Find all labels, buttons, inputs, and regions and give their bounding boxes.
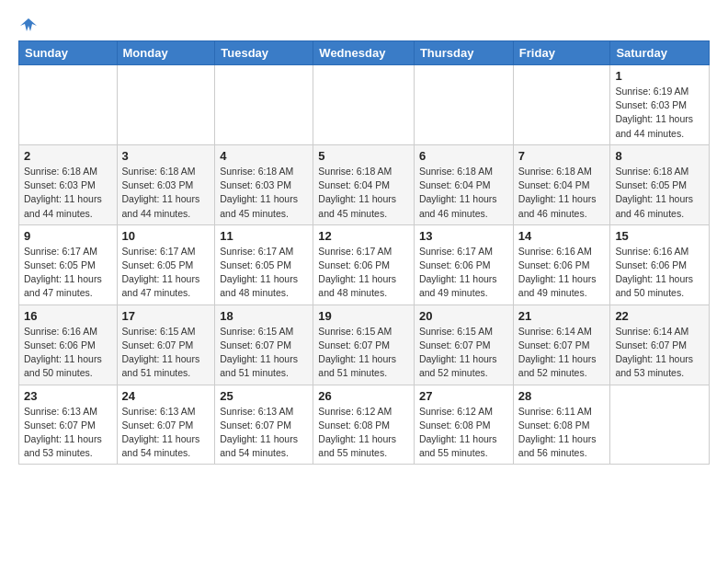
calendar-cell: [313, 65, 415, 145]
day-number: 4: [220, 149, 308, 163]
day-info: Sunrise: 6:13 AM Sunset: 6:07 PM Dayligh…: [220, 405, 308, 461]
calendar-cell: 22Sunrise: 6:14 AM Sunset: 6:07 PM Dayli…: [610, 304, 710, 385]
calendar-cell: 14Sunrise: 6:16 AM Sunset: 6:06 PM Dayli…: [513, 224, 610, 304]
day-number: 28: [518, 389, 606, 403]
day-info: Sunrise: 6:15 AM Sunset: 6:07 PM Dayligh…: [220, 325, 308, 381]
day-number: 2: [24, 149, 112, 163]
logo-bird-icon: [20, 17, 37, 33]
day-number: 14: [518, 229, 606, 243]
calendar-cell: 7Sunrise: 6:18 AM Sunset: 6:04 PM Daylig…: [513, 144, 610, 224]
day-number: 23: [24, 389, 112, 403]
calendar-cell: [414, 65, 513, 145]
day-info: Sunrise: 6:18 AM Sunset: 6:03 PM Dayligh…: [220, 165, 308, 221]
calendar-weekday-wednesday: Wednesday: [313, 41, 415, 65]
day-number: 3: [122, 149, 210, 163]
calendar-cell: 9Sunrise: 6:17 AM Sunset: 6:05 PM Daylig…: [19, 224, 118, 304]
calendar-week-row: 16Sunrise: 6:16 AM Sunset: 6:06 PM Dayli…: [19, 304, 710, 385]
day-number: 10: [122, 229, 210, 243]
day-number: 8: [615, 149, 704, 163]
day-info: Sunrise: 6:18 AM Sunset: 6:04 PM Dayligh…: [419, 165, 508, 221]
calendar-weekday-sunday: Sunday: [19, 41, 118, 65]
day-number: 12: [318, 229, 409, 243]
calendar-header-row: SundayMondayTuesdayWednesdayThursdayFrid…: [19, 41, 710, 65]
page: SundayMondayTuesdayWednesdayThursdayFrid…: [0, 0, 728, 474]
svg-marker-0: [20, 18, 37, 31]
calendar-table: SundayMondayTuesdayWednesdayThursdayFrid…: [18, 40, 710, 465]
calendar-cell: 18Sunrise: 6:15 AM Sunset: 6:07 PM Dayli…: [215, 304, 313, 385]
calendar-weekday-monday: Monday: [117, 41, 215, 65]
day-info: Sunrise: 6:15 AM Sunset: 6:07 PM Dayligh…: [122, 325, 210, 381]
calendar-cell: 4Sunrise: 6:18 AM Sunset: 6:03 PM Daylig…: [215, 144, 313, 224]
calendar-cell: 20Sunrise: 6:15 AM Sunset: 6:07 PM Dayli…: [414, 304, 513, 385]
day-info: Sunrise: 6:16 AM Sunset: 6:06 PM Dayligh…: [615, 245, 704, 301]
day-info: Sunrise: 6:19 AM Sunset: 6:03 PM Dayligh…: [615, 85, 704, 141]
day-info: Sunrise: 6:12 AM Sunset: 6:08 PM Dayligh…: [419, 405, 508, 461]
calendar-weekday-friday: Friday: [513, 41, 610, 65]
day-info: Sunrise: 6:18 AM Sunset: 6:04 PM Dayligh…: [318, 165, 409, 221]
day-number: 15: [615, 229, 704, 243]
day-info: Sunrise: 6:14 AM Sunset: 6:07 PM Dayligh…: [615, 325, 704, 381]
calendar-week-row: 23Sunrise: 6:13 AM Sunset: 6:07 PM Dayli…: [19, 385, 710, 465]
calendar-week-row: 1Sunrise: 6:19 AM Sunset: 6:03 PM Daylig…: [19, 65, 710, 145]
day-number: 22: [615, 309, 704, 323]
calendar-cell: [117, 65, 215, 145]
day-number: 25: [220, 389, 308, 403]
calendar-cell: 11Sunrise: 6:17 AM Sunset: 6:05 PM Dayli…: [215, 224, 313, 304]
day-number: 16: [24, 309, 112, 323]
calendar-cell: 15Sunrise: 6:16 AM Sunset: 6:06 PM Dayli…: [610, 224, 710, 304]
day-info: Sunrise: 6:17 AM Sunset: 6:05 PM Dayligh…: [122, 245, 210, 301]
calendar-week-row: 9Sunrise: 6:17 AM Sunset: 6:05 PM Daylig…: [19, 224, 710, 304]
logo-block: [18, 17, 37, 33]
day-number: 21: [518, 309, 606, 323]
calendar-cell: [215, 65, 313, 145]
day-number: 27: [419, 389, 508, 403]
calendar-cell: 3Sunrise: 6:18 AM Sunset: 6:03 PM Daylig…: [117, 144, 215, 224]
day-info: Sunrise: 6:18 AM Sunset: 6:03 PM Dayligh…: [24, 165, 112, 221]
calendar-cell: 8Sunrise: 6:18 AM Sunset: 6:05 PM Daylig…: [610, 144, 710, 224]
day-number: 26: [318, 389, 409, 403]
day-number: 24: [122, 389, 210, 403]
calendar-weekday-saturday: Saturday: [610, 41, 710, 65]
calendar-cell: 19Sunrise: 6:15 AM Sunset: 6:07 PM Dayli…: [313, 304, 415, 385]
day-number: 5: [318, 149, 409, 163]
calendar-cell: 24Sunrise: 6:13 AM Sunset: 6:07 PM Dayli…: [117, 385, 215, 465]
day-info: Sunrise: 6:13 AM Sunset: 6:07 PM Dayligh…: [122, 405, 210, 461]
calendar-cell: 1Sunrise: 6:19 AM Sunset: 6:03 PM Daylig…: [610, 65, 710, 145]
day-number: 7: [518, 149, 606, 163]
day-info: Sunrise: 6:17 AM Sunset: 6:05 PM Dayligh…: [24, 245, 112, 301]
day-number: 1: [615, 69, 704, 83]
day-info: Sunrise: 6:14 AM Sunset: 6:07 PM Dayligh…: [518, 325, 606, 381]
day-info: Sunrise: 6:18 AM Sunset: 6:05 PM Dayligh…: [615, 165, 704, 221]
day-number: 13: [419, 229, 508, 243]
calendar-cell: [513, 65, 610, 145]
day-info: Sunrise: 6:18 AM Sunset: 6:04 PM Dayligh…: [518, 165, 606, 221]
calendar-cell: 10Sunrise: 6:17 AM Sunset: 6:05 PM Dayli…: [117, 224, 215, 304]
day-info: Sunrise: 6:15 AM Sunset: 6:07 PM Dayligh…: [419, 325, 508, 381]
day-number: 18: [220, 309, 308, 323]
calendar-cell: [19, 65, 118, 145]
calendar-week-row: 2Sunrise: 6:18 AM Sunset: 6:03 PM Daylig…: [19, 144, 710, 224]
calendar-cell: 12Sunrise: 6:17 AM Sunset: 6:06 PM Dayli…: [313, 224, 415, 304]
logo: [18, 17, 37, 33]
calendar-cell: 2Sunrise: 6:18 AM Sunset: 6:03 PM Daylig…: [19, 144, 118, 224]
day-info: Sunrise: 6:13 AM Sunset: 6:07 PM Dayligh…: [24, 405, 112, 461]
day-info: Sunrise: 6:16 AM Sunset: 6:06 PM Dayligh…: [518, 245, 606, 301]
calendar-cell: [610, 385, 710, 465]
day-info: Sunrise: 6:16 AM Sunset: 6:06 PM Dayligh…: [24, 325, 112, 381]
day-info: Sunrise: 6:12 AM Sunset: 6:08 PM Dayligh…: [318, 405, 409, 461]
calendar-cell: 16Sunrise: 6:16 AM Sunset: 6:06 PM Dayli…: [19, 304, 118, 385]
calendar-cell: 27Sunrise: 6:12 AM Sunset: 6:08 PM Dayli…: [414, 385, 513, 465]
header: [18, 17, 710, 33]
day-number: 9: [24, 229, 112, 243]
day-number: 11: [220, 229, 308, 243]
calendar-cell: 17Sunrise: 6:15 AM Sunset: 6:07 PM Dayli…: [117, 304, 215, 385]
calendar-weekday-tuesday: Tuesday: [215, 41, 313, 65]
day-number: 20: [419, 309, 508, 323]
calendar-cell: 26Sunrise: 6:12 AM Sunset: 6:08 PM Dayli…: [313, 385, 415, 465]
calendar-cell: 25Sunrise: 6:13 AM Sunset: 6:07 PM Dayli…: [215, 385, 313, 465]
day-info: Sunrise: 6:18 AM Sunset: 6:03 PM Dayligh…: [122, 165, 210, 221]
calendar-cell: 6Sunrise: 6:18 AM Sunset: 6:04 PM Daylig…: [414, 144, 513, 224]
day-info: Sunrise: 6:17 AM Sunset: 6:06 PM Dayligh…: [419, 245, 508, 301]
day-info: Sunrise: 6:17 AM Sunset: 6:06 PM Dayligh…: [318, 245, 409, 301]
calendar-cell: 21Sunrise: 6:14 AM Sunset: 6:07 PM Dayli…: [513, 304, 610, 385]
